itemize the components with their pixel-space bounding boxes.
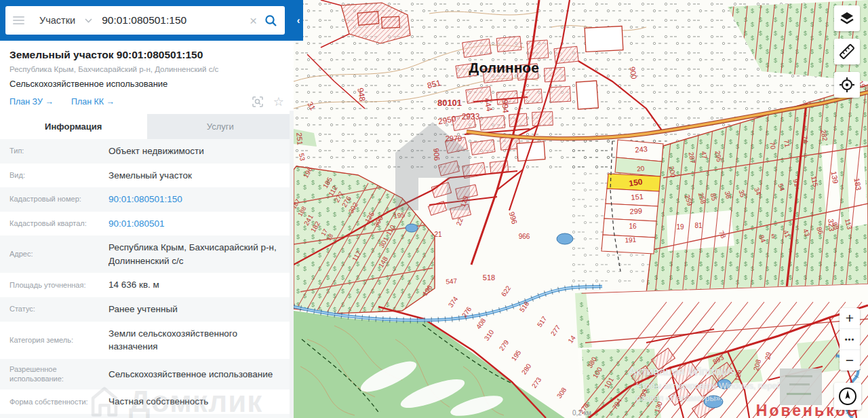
info-row: Форма собственности:Частная собственност… bbox=[0, 390, 294, 414]
parcel-subtitle: Республика Крым, Бахчисарайский р-н, Дол… bbox=[9, 65, 284, 73]
info-row-value: Частная собственность bbox=[99, 395, 294, 408]
map-label: Долинное bbox=[469, 60, 539, 75]
gray-thumbnail-watermark bbox=[780, 368, 822, 405]
search-box: Участки × bbox=[5, 6, 285, 35]
plan-kk-link[interactable]: План КК → bbox=[71, 97, 115, 107]
map-label: 994 bbox=[500, 99, 511, 113]
info-row-label: Адрес: bbox=[0, 249, 99, 259]
map-label: 195 bbox=[393, 211, 406, 219]
info-row: Разрешенное использование:Сельскохозяйст… bbox=[0, 359, 294, 390]
parcel-title: Земельный участок 90:01:080501:150 bbox=[9, 49, 284, 61]
info-panel: Земельный участок 90:01:080501:150 Респу… bbox=[0, 41, 294, 418]
map-canvas[interactable]: $ $ bbox=[294, 0, 868, 418]
map-label: 966 bbox=[519, 233, 530, 240]
layers-button[interactable] bbox=[834, 5, 860, 31]
info-row-label: Статус: bbox=[0, 304, 99, 314]
position-button[interactable] bbox=[834, 72, 860, 98]
compass-button[interactable] bbox=[834, 383, 861, 410]
map-label: 150 bbox=[629, 177, 644, 189]
chevron-down-icon bbox=[85, 18, 92, 23]
map-svg: $ $ bbox=[294, 0, 868, 418]
map-label: 16 bbox=[629, 223, 637, 230]
search-button[interactable] bbox=[262, 14, 285, 28]
info-row-value: Ранее учтенный bbox=[99, 303, 294, 316]
map-label: 906 bbox=[432, 148, 441, 161]
info-row: Площадь уточненная:14 636 кв. м bbox=[0, 273, 294, 297]
parcel-usage: Сельскохозяйственное использование bbox=[9, 79, 284, 89]
info-row-label: Форма собственности: bbox=[0, 397, 99, 407]
map-label: 299 bbox=[629, 207, 642, 216]
more-options-button[interactable]: ••• bbox=[840, 328, 860, 349]
info-row-label: Категория земель: bbox=[0, 335, 99, 345]
favorite-star-icon[interactable]: ☆ bbox=[273, 96, 284, 108]
map-label: 5 bbox=[771, 233, 774, 240]
map-toolbar bbox=[834, 5, 860, 98]
search-icon bbox=[264, 14, 278, 28]
zoom-controls: + ••• − bbox=[840, 308, 860, 370]
map-label: 21 bbox=[434, 231, 442, 238]
info-row-label: Разрешенное использование: bbox=[0, 364, 99, 385]
info-row-value-link[interactable]: 90:01:080501 bbox=[99, 217, 294, 231]
plan-zu-link[interactable]: План ЗУ → bbox=[9, 97, 54, 107]
info-row-label: Кадастровый номер: bbox=[0, 194, 99, 204]
panel-scrollbar[interactable] bbox=[290, 111, 294, 418]
info-row: Категория земель:Земли сельскохозяйствен… bbox=[0, 322, 294, 359]
map-label: 251 bbox=[295, 132, 304, 145]
map-label: 547 bbox=[446, 277, 458, 285]
info-row: Вид:Земельный участок bbox=[0, 164, 294, 188]
map-label: 518 bbox=[483, 273, 495, 282]
compass-icon bbox=[837, 386, 858, 406]
tab-information[interactable]: Информация bbox=[0, 114, 147, 139]
map-label: 2970 bbox=[446, 134, 462, 142]
zoom-in-button[interactable]: + bbox=[840, 308, 860, 328]
info-row-label: Площадь уточненная: bbox=[0, 280, 99, 290]
info-row-value: Земли сельскохозяйственного назначения bbox=[99, 327, 294, 354]
search-category-dropdown[interactable]: Участки bbox=[31, 15, 99, 26]
tab-services[interactable]: Услуги bbox=[147, 114, 294, 139]
layers-icon bbox=[838, 10, 856, 27]
info-row-label: Тип: bbox=[0, 146, 99, 156]
info-row: Кадастровый номер:90:01:080501:150 bbox=[0, 187, 294, 212]
panel-tabs: Информация Услуги bbox=[0, 114, 294, 139]
info-row-label: Вид: bbox=[0, 170, 99, 180]
crosshair-icon bbox=[838, 76, 856, 94]
map-label: 323 bbox=[827, 218, 836, 231]
search-bar: Участки × ‹ bbox=[0, 0, 303, 41]
ruler-icon bbox=[838, 43, 856, 60]
search-input[interactable] bbox=[99, 14, 244, 26]
measure-button[interactable] bbox=[834, 39, 860, 64]
info-row-value: Объект недвижимости bbox=[99, 145, 294, 158]
map-label: 2933 bbox=[462, 112, 480, 121]
map-label: 191 bbox=[625, 236, 637, 244]
map-label: 81 bbox=[694, 222, 703, 229]
info-row-value: Земельный участок bbox=[99, 169, 294, 183]
map-label: 243 bbox=[635, 145, 648, 154]
info-row: Кадастровый квартал:90:01:080501 bbox=[0, 212, 294, 236]
pond bbox=[557, 233, 573, 244]
menu-button[interactable] bbox=[5, 16, 31, 24]
info-row-value: 14 636 кв. м bbox=[99, 278, 294, 292]
collapse-panel-button[interactable]: ‹ bbox=[294, 0, 303, 41]
clear-search-icon[interactable]: × bbox=[244, 14, 262, 27]
info-table: Тип:Объект недвижимостиВид:Земельный уча… bbox=[0, 139, 294, 418]
search-category-label: Участки bbox=[39, 15, 75, 26]
preview-document-icon[interactable] bbox=[252, 96, 264, 108]
map-label: 19 bbox=[676, 223, 684, 231]
zoom-out-button[interactable]: − bbox=[840, 349, 860, 370]
map-label: 80101 bbox=[437, 98, 462, 108]
info-row: Тип:Объект недвижимости bbox=[0, 139, 294, 164]
pond-small bbox=[406, 224, 418, 232]
map-label: 20 bbox=[637, 165, 645, 173]
info-row-value-link[interactable]: 90:01:080501:150 bbox=[99, 193, 294, 206]
info-row: Статус:Ранее учтенный bbox=[0, 297, 294, 322]
map-label: 151 bbox=[631, 192, 644, 202]
info-row-value: Сельскохозяйственное использование bbox=[99, 368, 294, 381]
info-row: Адрес:Республика Крым, Бахчисарайский р-… bbox=[0, 235, 294, 273]
app-window: $ $ bbox=[0, 0, 868, 418]
info-row: Кадастровая стоимость:134 212,12 руб. bbox=[0, 414, 294, 418]
info-row-value: Республика Крым, Бахчисарайский р-н, Дол… bbox=[99, 241, 294, 267]
info-row-label: Кадастровый квартал: bbox=[0, 218, 99, 229]
